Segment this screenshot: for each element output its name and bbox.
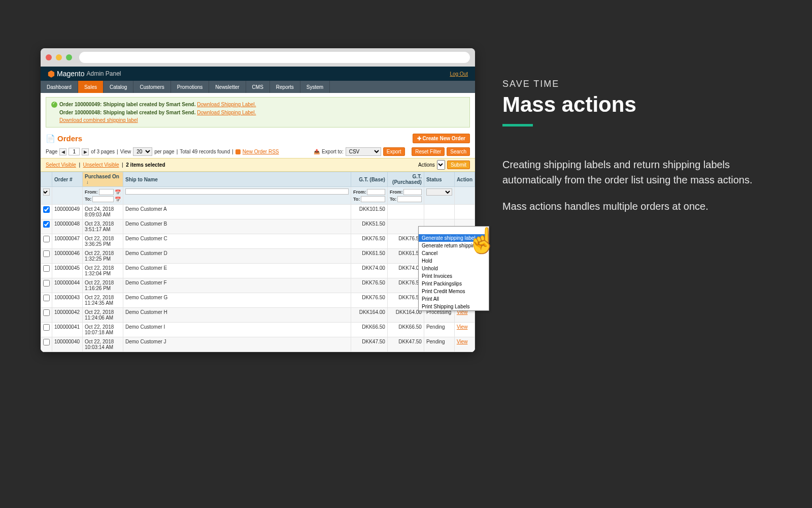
filter-ship-to[interactable]: [125, 188, 349, 195]
actions-dropdown[interactable]: Generate shipping labelGenerate return s…: [418, 226, 489, 311]
col-gt-purchased[interactable]: G.T. (Purchased): [387, 172, 424, 187]
orders-grid: Order # Purchased On ↓ Ship to Name G.T.…: [41, 172, 475, 352]
nav-tab-cms[interactable]: CMS: [246, 81, 270, 93]
cell-date: Oct 22, 2018 3:36:25 PM: [83, 234, 123, 249]
col-gt-base[interactable]: G.T. (Base): [351, 172, 387, 187]
cell-status: [424, 205, 454, 219]
table-row[interactable]: 100000048Oct 23, 2018 3:51:17 AMDemo Cus…: [41, 219, 475, 234]
orders-icon: 📄: [46, 134, 55, 143]
filter-status[interactable]: [426, 188, 452, 196]
nav-tab-dashboard[interactable]: Dashboard: [41, 81, 78, 93]
cell-order-id: 100000042: [52, 308, 83, 323]
table-row[interactable]: 100000044Oct 22, 2018 1:16:26 PMDemo Cus…: [41, 278, 475, 293]
nav-tab-catalog[interactable]: Catalog: [104, 81, 133, 93]
table-row[interactable]: 100000047Oct 22, 2018 3:36:25 PMDemo Cus…: [41, 234, 475, 249]
action-option[interactable]: [419, 227, 489, 234]
action-option[interactable]: Print Credit Memos: [419, 288, 489, 295]
unselect-visible-link[interactable]: Unselect Visible: [83, 162, 119, 168]
select-visible-link[interactable]: Select Visible: [46, 162, 76, 168]
filter-date-from[interactable]: [99, 189, 114, 195]
row-checkbox[interactable]: [43, 265, 50, 272]
col-ship-to[interactable]: Ship to Name: [123, 172, 351, 187]
view-link[interactable]: View: [457, 339, 468, 344]
nav-tab-customers[interactable]: Customers: [133, 81, 171, 93]
table-row[interactable]: 100000040Oct 22, 2018 10:03:14 AMDemo Cu…: [41, 337, 475, 352]
nav-tab-sales[interactable]: Sales: [78, 81, 104, 93]
logout-link[interactable]: Log Out: [450, 71, 468, 77]
reset-filter-button[interactable]: Reset Filter: [412, 147, 445, 156]
action-option[interactable]: Print Packingslips: [419, 280, 489, 288]
submit-button[interactable]: Submit: [447, 161, 470, 169]
browser-window: ⬢ Magento Admin Panel Log Out DashboardS…: [41, 48, 475, 352]
cell-gt-base: DKK47.50: [351, 337, 387, 352]
nav-tab-reports[interactable]: Reports: [270, 81, 300, 93]
download-combined-link[interactable]: Download combined shipping label: [59, 117, 138, 123]
filter-purch-from[interactable]: [403, 189, 422, 195]
export-format-select[interactable]: CSV: [346, 147, 381, 156]
filter-base-from[interactable]: [367, 189, 385, 195]
row-checkbox[interactable]: [43, 221, 50, 228]
page-input[interactable]: [69, 148, 80, 155]
row-checkbox[interactable]: [43, 250, 50, 257]
cell-ship-to: Demo Customer D: [123, 249, 351, 264]
row-checkbox[interactable]: [43, 339, 50, 345]
download-label-link[interactable]: Download Shipping Label.: [197, 110, 256, 115]
accent-bar: [502, 124, 533, 126]
filter-date-to[interactable]: [92, 196, 114, 202]
action-option[interactable]: Print Invoices: [419, 272, 489, 280]
cell-date: Oct 23, 2018 3:51:17 AM: [83, 219, 123, 234]
row-checkbox[interactable]: [43, 206, 50, 213]
col-order[interactable]: Order #: [52, 172, 83, 187]
next-page-button[interactable]: ▶: [82, 148, 89, 155]
action-option[interactable]: Print All: [419, 295, 489, 303]
address-bar[interactable]: [79, 52, 470, 63]
cell-status: Pending: [424, 323, 454, 337]
row-checkbox[interactable]: [43, 324, 50, 331]
cell-date: Oct 22, 2018 10:07:18 AM: [83, 323, 123, 337]
window-max-dot[interactable]: [66, 54, 72, 60]
row-checkbox[interactable]: [43, 236, 50, 242]
action-option[interactable]: Cancel: [419, 249, 489, 257]
table-row[interactable]: 100000042Oct 22, 2018 11:24:06 AMDemo Cu…: [41, 308, 475, 323]
table-row[interactable]: 100000043Oct 22, 2018 11:24:35 AMDemo Cu…: [41, 293, 475, 308]
nav-tab-promotions[interactable]: Promotions: [171, 81, 210, 93]
view-link[interactable]: View: [457, 324, 468, 330]
window-close-dot[interactable]: [46, 54, 52, 60]
table-row[interactable]: 100000041Oct 22, 2018 10:07:18 AMDemo Cu…: [41, 323, 475, 337]
filter-purch-to[interactable]: [397, 196, 422, 202]
table-row[interactable]: 100000045Oct 22, 2018 1:32:04 PMDemo Cus…: [41, 264, 475, 278]
nav-tab-newsletter[interactable]: Newsletter: [209, 81, 246, 93]
window-min-dot[interactable]: [56, 54, 62, 60]
table-row[interactable]: 100000046Oct 22, 2018 1:32:25 PMDemo Cus…: [41, 249, 475, 264]
filter-base-to[interactable]: [361, 196, 385, 202]
actions-select[interactable]: ✓: [437, 160, 445, 170]
action-option[interactable]: Hold: [419, 257, 489, 265]
create-order-button[interactable]: ✚ Create New Order: [413, 134, 470, 143]
col-purchased-on[interactable]: Purchased On ↓: [83, 172, 123, 187]
action-option[interactable]: Print Shipping Labels: [419, 303, 489, 310]
row-checkbox[interactable]: [43, 309, 50, 316]
table-row[interactable]: 100000049Oct 24, 2018 8:09:03 AMDemo Cus…: [41, 205, 475, 219]
cell-ship-to: Demo Customer A: [123, 205, 351, 219]
export-button[interactable]: Export: [383, 147, 405, 156]
per-page-label: per page: [154, 149, 174, 154]
row-checkbox[interactable]: [43, 280, 50, 287]
col-action[interactable]: Action: [454, 172, 475, 187]
filter-any[interactable]: Any ▾: [43, 188, 50, 196]
action-option[interactable]: Generate shipping label: [419, 234, 489, 242]
download-label-link[interactable]: Download Shipping Label.: [197, 102, 256, 107]
cell-gt-base: DKK61.50: [351, 249, 387, 264]
rss-link[interactable]: New Order RSS: [243, 149, 279, 154]
cell-order-id: 100000043: [52, 293, 83, 308]
row-checkbox[interactable]: [43, 295, 50, 301]
nav-tab-system[interactable]: System: [300, 81, 330, 93]
action-option[interactable]: Unhold: [419, 265, 489, 272]
action-option[interactable]: Generate return shipping label: [419, 242, 489, 249]
col-status[interactable]: Status: [424, 172, 454, 187]
prev-page-button[interactable]: ◀: [59, 148, 66, 155]
brand-sub: Admin Panel: [86, 70, 121, 77]
cell-date: Oct 24, 2018 8:09:03 AM: [83, 205, 123, 219]
per-page-select[interactable]: 20: [133, 147, 152, 156]
search-button[interactable]: Search: [447, 147, 470, 156]
cell-gt-base: DKK76.50: [351, 278, 387, 293]
